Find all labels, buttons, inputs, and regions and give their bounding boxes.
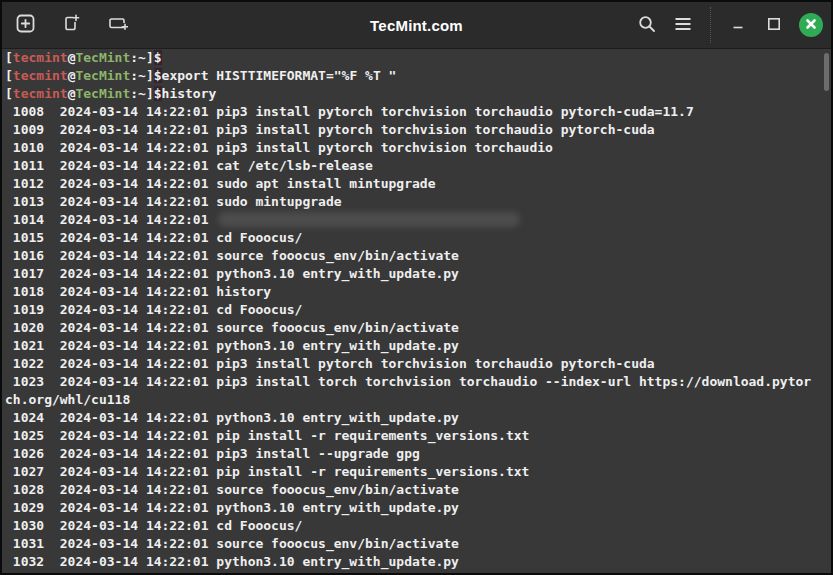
history-text: 1018 2024-03-14 14:22:01 history <box>5 284 271 299</box>
history-text: 1016 2024-03-14 14:22:01 source fooocus_… <box>5 248 459 263</box>
history-line: 1029 2024-03-14 14:22:01 python3.10 entr… <box>5 499 831 517</box>
history-line: 1030 2024-03-14 14:22:01 cd Fooocus/ <box>5 517 831 535</box>
titlebar: TecMint.com <box>2 2 831 49</box>
prompt-user: tecmint <box>13 50 68 65</box>
history-line: 1024 2024-03-14 14:22:01 python3.10 entr… <box>5 409 831 427</box>
history-line: 1017 2024-03-14 14:22:01 python3.10 entr… <box>5 265 831 283</box>
history-text: 1030 2024-03-14 14:22:01 cd Fooocus/ <box>5 518 302 533</box>
search-icon <box>637 14 657 37</box>
history-text: 1023 2024-03-14 14:22:01 pip3 install to… <box>5 374 811 389</box>
history-text: 1031 2024-03-14 14:22:01 source fooocus_… <box>5 536 459 551</box>
search-button[interactable] <box>636 14 658 36</box>
new-window-icon <box>107 14 128 36</box>
history-text: ch.org/whl/cu118 <box>5 392 130 407</box>
prompt-line: [tecmint@TecMint:~]$export HISTTIMEFORMA… <box>5 67 831 85</box>
history-text: 1013 2024-03-14 14:22:01 sudo mintupgrad… <box>5 194 342 209</box>
maximize-button[interactable] <box>763 14 785 36</box>
history-text: 1020 2024-03-14 14:22:01 source fooocus_… <box>5 320 459 335</box>
scrollbar-thumb[interactable] <box>824 53 829 91</box>
history-line: 1015 2024-03-14 14:22:01 cd Fooocus/ <box>5 229 831 247</box>
history-text: 1024 2024-03-14 14:22:01 python3.10 entr… <box>5 410 459 425</box>
history-text: 1028 2024-03-14 14:22:01 source fooocus_… <box>5 482 459 497</box>
prompt-user: tecmint <box>13 86 68 101</box>
prompt-bracket: [ <box>5 68 13 83</box>
prompt-host: TecMint <box>75 86 130 101</box>
prompt-command: history <box>162 86 217 101</box>
history-line: 1032 2024-03-14 14:22:01 python3.10 entr… <box>5 553 831 571</box>
history-line: 1031 2024-03-14 14:22:01 source fooocus_… <box>5 535 831 553</box>
titlebar-separator <box>710 7 711 43</box>
history-line: 1019 2024-03-14 14:22:01 cd Fooocus/ <box>5 301 831 319</box>
history-line: 1026 2024-03-14 14:22:01 pip3 install --… <box>5 445 831 463</box>
history-line: 1018 2024-03-14 14:22:01 history <box>5 283 831 301</box>
history-text: 1009 2024-03-14 14:22:01 pip3 install py… <box>5 122 655 137</box>
history-line: 1027 2024-03-14 14:22:01 pip install -r … <box>5 463 831 481</box>
history-line-continuation: ch.org/whl/cu118 <box>5 391 831 409</box>
new-tab-document-icon <box>62 14 81 36</box>
history-line: 1021 2024-03-14 14:22:01 python3.10 entr… <box>5 337 831 355</box>
history-line: 1009 2024-03-14 14:22:01 pip3 install py… <box>5 121 831 139</box>
history-text: 1014 2024-03-14 14:22:01 <box>5 212 216 227</box>
prompt-user: tecmint <box>13 68 68 83</box>
history-text: 1008 2024-03-14 14:22:01 pip3 install py… <box>5 104 694 119</box>
prompt-suffix: :~] <box>130 86 153 101</box>
close-icon <box>805 18 817 33</box>
prompt-dollar: $ <box>154 86 162 101</box>
prompt-bracket: [ <box>5 50 13 65</box>
prompt-command: export HISTTIMEFORMAT="%F %T " <box>162 68 397 83</box>
minimize-button[interactable] <box>727 14 749 36</box>
history-text: 1011 2024-03-14 14:22:01 cat /etc/lsb-re… <box>5 158 373 173</box>
history-text: 1017 2024-03-14 14:22:01 python3.10 entr… <box>5 266 459 281</box>
prompt-dollar: $ <box>154 68 162 83</box>
prompt-line: [tecmint@TecMint:~]$history <box>5 85 831 103</box>
titlebar-right-buttons <box>636 2 823 48</box>
history-line: 1022 2024-03-14 14:22:01 pip3 install py… <box>5 355 831 373</box>
history-line: 1010 2024-03-14 14:22:01 pip3 install py… <box>5 139 831 157</box>
history-text: 1015 2024-03-14 14:22:01 cd Fooocus/ <box>5 230 302 245</box>
prompt-host: TecMint <box>75 68 130 83</box>
history-text: 1019 2024-03-14 14:22:01 cd Fooocus/ <box>5 302 302 317</box>
history-text: 1025 2024-03-14 14:22:01 pip install -r … <box>5 428 529 443</box>
history-line: 1016 2024-03-14 14:22:01 source fooocus_… <box>5 247 831 265</box>
history-line: 1020 2024-03-14 14:22:01 source fooocus_… <box>5 319 831 337</box>
redacted-blur <box>218 212 520 227</box>
prompt-host: TecMint <box>75 50 130 65</box>
new-tab-document-button[interactable] <box>60 14 82 36</box>
prompt-suffix: :~] <box>130 50 153 65</box>
history-text: 1021 2024-03-14 14:22:01 python3.10 entr… <box>5 338 459 353</box>
history-line: 1011 2024-03-14 14:22:01 cat /etc/lsb-re… <box>5 157 831 175</box>
history-text: 1026 2024-03-14 14:22:01 pip3 install --… <box>5 446 420 461</box>
close-button[interactable] <box>799 13 823 37</box>
history-text: 1010 2024-03-14 14:22:01 pip3 install py… <box>5 140 553 155</box>
new-window-button[interactable] <box>106 14 128 36</box>
history-text: 1012 2024-03-14 14:22:01 sudo apt instal… <box>5 176 435 191</box>
new-tab-button[interactable] <box>14 14 36 36</box>
history-line: 1028 2024-03-14 14:22:01 source fooocus_… <box>5 481 831 499</box>
terminal-body[interactable]: [tecmint@TecMint:~]$[tecmint@TecMint:~]$… <box>2 49 831 573</box>
history-text: 1027 2024-03-14 14:22:01 pip install -r … <box>5 464 529 479</box>
history-line: 1012 2024-03-14 14:22:01 sudo apt instal… <box>5 175 831 193</box>
titlebar-left-buttons <box>2 14 128 36</box>
history-line: 1014 2024-03-14 14:22:01 <box>5 211 831 229</box>
maximize-icon <box>767 17 781 34</box>
history-text: 1029 2024-03-14 14:22:01 python3.10 entr… <box>5 500 459 515</box>
hamburger-menu-icon <box>674 16 692 35</box>
history-text: 1032 2024-03-14 14:22:01 python3.10 entr… <box>5 554 459 569</box>
history-line: 1023 2024-03-14 14:22:01 pip3 install to… <box>5 373 831 391</box>
history-line: 1008 2024-03-14 14:22:01 pip3 install py… <box>5 103 831 121</box>
terminal-window: TecMint.com <box>0 0 833 575</box>
new-tab-icon <box>16 14 35 36</box>
minimize-icon <box>731 16 745 35</box>
menu-button[interactable] <box>672 14 694 36</box>
history-line: 1025 2024-03-14 14:22:01 pip install -r … <box>5 427 831 445</box>
prompt-suffix: :~] <box>130 68 153 83</box>
prompt-dollar: $ <box>154 50 162 65</box>
prompt-bracket: [ <box>5 86 13 101</box>
history-text: 1022 2024-03-14 14:22:01 pip3 install py… <box>5 356 655 371</box>
history-line: 1013 2024-03-14 14:22:01 sudo mintupgrad… <box>5 193 831 211</box>
prompt-line: [tecmint@TecMint:~]$ <box>5 49 831 67</box>
